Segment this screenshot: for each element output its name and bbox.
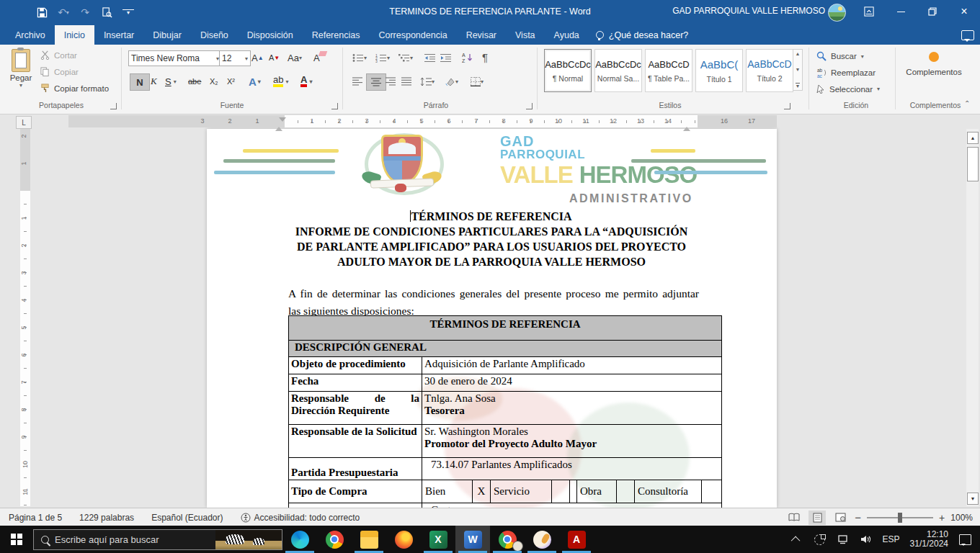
change-case-button[interactable]: Aa▾ [285, 50, 304, 66]
tab-revisar[interactable]: Revisar [457, 25, 506, 45]
onedrive-icon[interactable] [814, 533, 827, 546]
styles-scroll-up-icon[interactable]: ▲ [796, 51, 801, 56]
table-section-row[interactable]: DESCRIPCIÓN GENERAL [289, 341, 721, 357]
style-normal-sa[interactable]: AaBbCcDc Normal Sa... [594, 49, 642, 92]
redo-icon[interactable]: ↷ [79, 6, 91, 18]
clear-formatting-button[interactable]: A [311, 50, 322, 66]
table-row[interactable]: Fecha 30 de enero de 2024 [289, 374, 721, 392]
collapse-ribbon-icon[interactable]: ⌃ [964, 99, 970, 107]
zoom-slider[interactable] [867, 517, 933, 518]
page-indicator[interactable]: Página 1 de 5 [0, 513, 71, 523]
styles-scroll-down-icon[interactable]: ▼ [796, 67, 801, 72]
tab-selector[interactable]: L [16, 116, 32, 129]
tell-me-box[interactable]: ¿Qué desea hacer? [589, 25, 696, 45]
input-language[interactable]: ESP [883, 534, 900, 544]
taskbar-item-edge[interactable] [282, 526, 317, 553]
font-size-combobox[interactable]: 12▾ [219, 50, 251, 66]
servicio-checkbox[interactable] [552, 480, 570, 503]
paste-button[interactable]: Pegar ▾ [6, 48, 36, 99]
word-count[interactable]: 1229 palabras [71, 513, 143, 523]
bold-button[interactable]: N [130, 73, 150, 91]
addins-button[interactable]: Complementos [902, 50, 966, 76]
bien-checkbox[interactable]: X [473, 480, 491, 503]
document-page[interactable]: GAD PARROQUIAL VALLE HERMOSO ADMINISTRAT… [207, 129, 777, 508]
multilevel-list-button[interactable]: ▾ [396, 50, 415, 66]
find-button[interactable]: Buscar▾ [816, 51, 864, 61]
style-titulo-1[interactable]: AaBbC( Título 1 [695, 49, 743, 92]
minimize-button[interactable] [885, 0, 917, 23]
taskbar-item-paint[interactable] [525, 526, 559, 553]
language-indicator[interactable]: Español (Ecuador) [143, 513, 231, 523]
line-spacing-button[interactable]: ▾ [418, 73, 437, 89]
justify-button[interactable] [399, 73, 414, 89]
tab-insertar[interactable]: Insertar [94, 25, 143, 45]
zoom-in-icon[interactable]: + [939, 512, 945, 523]
copy-button[interactable]: Copiar [40, 67, 79, 76]
scroll-down-icon[interactable]: ▼ [967, 493, 979, 505]
customize-qat-icon[interactable]: ▾ [122, 9, 134, 16]
vertical-ruler[interactable]: 211234567891011 [20, 129, 30, 506]
font-color-button[interactable]: A▾ [298, 73, 314, 89]
text-effects-button[interactable]: A▾ [246, 73, 263, 89]
tab-inicio[interactable]: Inicio [55, 25, 94, 45]
table-row-tipo-compra[interactable]: Tipo de Compra Bien X Servicio Obra Cons… [289, 480, 721, 503]
horizontal-ruler[interactable]: 32112345678910111213141617 [68, 115, 777, 127]
web-layout-icon[interactable] [832, 511, 849, 525]
taskbar-item-firefox[interactable] [386, 526, 421, 553]
close-button[interactable]: × [948, 0, 980, 23]
print-layout-icon[interactable] [808, 511, 826, 525]
print-preview-icon[interactable] [101, 6, 112, 18]
styles-gallery-scrollbar[interactable]: ▲ ▼ ▼ [793, 49, 803, 91]
styles-expand-icon[interactable]: ▼ [796, 83, 801, 89]
numbering-button[interactable]: 123▾ [373, 50, 392, 66]
taskbar-item-chrome-profile[interactable] [490, 526, 525, 553]
replace-button[interactable]: abac Reemplazar [816, 68, 876, 78]
font-name-combobox[interactable]: Times New Roma▾ [128, 50, 222, 66]
search-highlight-zebra-image[interactable] [215, 530, 282, 549]
scroll-up-icon[interactable]: ▲ [967, 132, 979, 144]
tab-correspondencia[interactable]: Correspondencia [369, 25, 456, 45]
tab-dibujar[interactable]: Dibujar [143, 25, 191, 45]
read-mode-icon[interactable] [785, 511, 803, 525]
save-icon[interactable] [36, 6, 48, 18]
font-dialog-launcher-icon[interactable] [331, 103, 338, 109]
table-row[interactable]: Responsable de la Solicitud Sr. Washingt… [289, 425, 721, 458]
taskbar-item-explorer[interactable] [352, 526, 386, 553]
grow-font-button[interactable]: A▲ [249, 50, 266, 66]
obra-checkbox[interactable] [617, 480, 635, 503]
zoom-level[interactable]: 100% [950, 513, 973, 523]
cut-button[interactable]: Cortar [40, 50, 77, 60]
show-marks-button[interactable]: ¶ [480, 49, 490, 65]
shrink-font-button[interactable]: A▼ [267, 50, 282, 66]
taskbar-item-chrome[interactable] [317, 526, 352, 553]
decrease-indent-button[interactable] [422, 50, 437, 66]
network-icon[interactable] [837, 533, 850, 546]
scrollbar-thumb[interactable] [967, 147, 979, 181]
consultoria-checkbox[interactable] [702, 480, 721, 503]
paragraph-dialog-launcher-icon[interactable] [526, 103, 533, 109]
table-row[interactable]: Objeto de procedimiento Adquisición de P… [289, 357, 721, 374]
taskbar-item-acrobat[interactable]: A [559, 526, 594, 553]
table-caption-row[interactable]: TÉRMINOS DE REFERENCIA [289, 316, 721, 341]
style-table-pa[interactable]: AaBbCcD ¶ Table Pa... [645, 49, 692, 92]
strikethrough-button[interactable]: abe [186, 73, 203, 89]
style-normal[interactable]: AaBbCcDc ¶ Normal [544, 49, 592, 92]
bullets-button[interactable]: ▾ [350, 50, 369, 66]
vertical-scrollbar[interactable]: ▲ ▼ [966, 129, 979, 506]
clock[interactable]: 12:10 31/1/2024 [910, 530, 948, 549]
tab-archivo[interactable]: Archivo [6, 25, 55, 45]
action-center-icon[interactable] [958, 533, 971, 546]
ribbon-display-options-icon[interactable] [853, 0, 885, 23]
underline-button[interactable]: S▾ [163, 73, 179, 89]
avatar[interactable] [828, 4, 846, 22]
superscript-button[interactable]: X² [225, 73, 237, 89]
accessibility-status[interactable]: Accesibilidad: todo correcto [232, 513, 369, 523]
tab-vista[interactable]: Vista [506, 25, 545, 45]
taskbar-item-word-active[interactable]: W [455, 526, 490, 553]
tab-ayuda[interactable]: Ayuda [545, 25, 589, 45]
clipboard-dialog-launcher-icon[interactable] [110, 103, 117, 109]
highlight-button[interactable]: ab▾ [271, 73, 290, 89]
style-titulo-2[interactable]: AaBbCcD Título 2 [746, 49, 793, 92]
start-button[interactable] [0, 526, 33, 553]
tab-diseno[interactable]: Diseño [191, 25, 238, 45]
